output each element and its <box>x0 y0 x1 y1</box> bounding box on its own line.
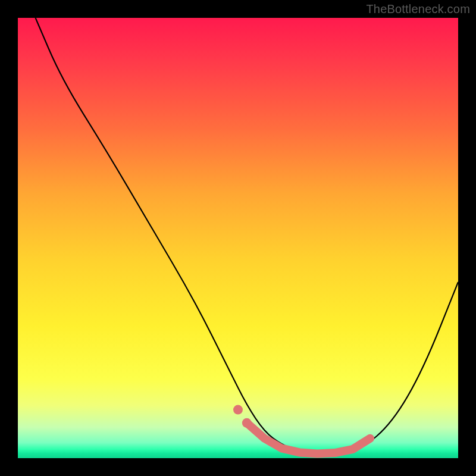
optimal-range-highlight <box>247 423 370 454</box>
plot-area <box>18 18 458 458</box>
bottleneck-curve-svg <box>18 18 458 458</box>
chart-frame: TheBottleneck.com <box>0 0 476 476</box>
marker-dot-2 <box>242 418 252 428</box>
bottleneck-curve-path <box>36 18 458 454</box>
watermark-text: TheBottleneck.com <box>366 2 470 16</box>
marker-dot-1 <box>233 405 243 415</box>
